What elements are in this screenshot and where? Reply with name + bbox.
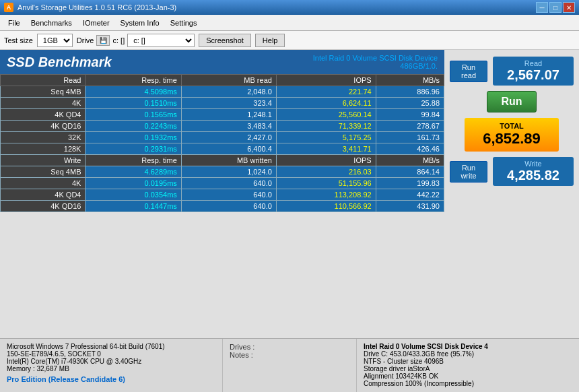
col-iops-w: IOPS [276, 155, 376, 166]
left-panel: SSD Benchmark Intel Raid 0 Volume SCSI D… [0, 50, 444, 338]
cell-mb: 2,427.0 [181, 132, 276, 143]
disk-info: Intel Raid 0 Volume SCSI Disk Device 4 D… [357, 339, 579, 392]
read-section: Run read Read 2,567.07 [450, 57, 574, 86]
cell-mbs: 278.67 [376, 121, 444, 132]
cell-iops: 216.03 [276, 166, 376, 178]
app-title: SSD Benchmark [7, 55, 112, 70]
run-read-button[interactable]: Run read [450, 61, 487, 82]
screenshot-button[interactable]: Screenshot [199, 34, 251, 47]
disk-title: Intel Raid 0 Volume SCSI Disk Device 4 [364, 343, 572, 350]
device-line1: Intel Raid 0 Volume SCSI Disk Device [313, 54, 438, 62]
col-mbs-w: MB/s [376, 155, 444, 166]
read-score-box: Read 2,567.07 [493, 57, 574, 86]
row-label: 4K QD4 [1, 109, 86, 121]
write-table-body: Seq 4MB 4.6289ms 1,024.0 216.03 864.14 4… [1, 166, 444, 212]
drive-area: Drive 💾 c: [] c: [] [77, 34, 195, 47]
cell-resp: 0.1565ms [86, 109, 181, 121]
cell-resp: 0.1932ms [86, 132, 181, 143]
cell-iops: 51,155.96 [276, 178, 376, 189]
read-row: 32K 0.1932ms 2,427.0 5,175.25 161.73 [1, 132, 444, 143]
cell-resp: 0.1447ms [86, 201, 181, 212]
test-size-select[interactable]: 1GB [37, 34, 73, 47]
write-row: 4K QD4 0.0354ms 640.0 113,208.92 442.22 [1, 189, 444, 201]
cell-iops: 110,566.92 [276, 201, 376, 212]
row-label: 4K QD16 [1, 121, 86, 132]
read-row: 4K QD4 0.1565ms 1,248.1 25,560.14 99.84 [1, 109, 444, 121]
run-all-button[interactable]: Run [487, 91, 536, 112]
cell-resp: 4.6289ms [86, 166, 181, 178]
cell-resp: 0.0354ms [86, 189, 181, 201]
col-mb-read: MB read [181, 75, 276, 86]
cell-resp: 0.0195ms [86, 178, 181, 189]
drives-notes: Drives : Notes : [222, 339, 357, 392]
test-size-label: Test size [4, 36, 33, 44]
cell-mbs: 199.83 [376, 178, 444, 189]
toolbar: Test size 1GB Drive 💾 c: [] c: [] Screen… [0, 31, 579, 50]
cell-mbs: 442.22 [376, 189, 444, 201]
read-row: Seq 4MB 4.5098ms 2,048.0 221.74 886.96 [1, 86, 444, 98]
drive-select[interactable]: c: [] [127, 34, 195, 47]
close-button[interactable]: ✕ [563, 2, 575, 13]
drive-icon: 💾 [96, 35, 110, 46]
col-iops: IOPS [276, 75, 376, 86]
window-title: Anvil's Storage Utilities 1.0.51 RC6 (20… [18, 3, 536, 11]
total-score-box: TOTAL 6,852.89 [465, 118, 559, 152]
row-label: 4K QD16 [1, 201, 86, 212]
cell-mb: 640.0 [181, 178, 276, 189]
col-read: Read [1, 75, 86, 86]
cell-mb: 6,400.4 [181, 143, 276, 155]
app-header: SSD Benchmark Intel Raid 0 Volume SCSI D… [0, 50, 444, 74]
menu-benchmarks[interactable]: Benchmarks [26, 18, 77, 28]
minimize-button[interactable]: ─ [536, 2, 548, 13]
col-resp: Resp. time [86, 75, 181, 86]
menu-settings[interactable]: Settings [165, 18, 203, 28]
sys-os: Microsoft Windows 7 Professional 64-bit … [7, 343, 215, 350]
cell-resp: 4.5098ms [86, 86, 181, 98]
total-score-value: 6,852.89 [473, 130, 551, 148]
window-controls: ─ □ ✕ [536, 2, 575, 13]
run-write-button[interactable]: Run write [450, 161, 487, 183]
cell-mb: 2,048.0 [181, 86, 276, 98]
sys-cpu: Intel(R) Core(TM) i7-4930K CPU @ 3.40GHz [7, 358, 215, 365]
benchmark-table: Read Resp. time MB read IOPS MB/s Seq 4M… [0, 74, 444, 212]
app-icon: A [4, 3, 13, 12]
menu-file[interactable]: File [3, 18, 26, 28]
menu-iometer[interactable]: IOmeter [77, 18, 115, 28]
write-score-label: Write [501, 160, 566, 168]
write-header: Write Resp. time MB written IOPS MB/s [1, 155, 444, 166]
menu-sysinfo[interactable]: System Info [115, 18, 165, 28]
read-row: 4K 0.1510ms 323.4 6,624.11 25.88 [1, 98, 444, 109]
notes-label: Notes : [230, 351, 349, 359]
help-button[interactable]: Help [255, 34, 285, 47]
cell-iops: 6,624.11 [276, 98, 376, 109]
cell-iops: 5,175.25 [276, 132, 376, 143]
cell-mbs: 864.14 [376, 166, 444, 178]
row-label: Seq 4MB [1, 166, 86, 178]
disk-line1: Drive C: 453.0/433.3GB free (95.7%) [364, 350, 572, 358]
col-mbs: MB/s [376, 75, 444, 86]
cell-mbs: 161.73 [376, 132, 444, 143]
col-write: Write [1, 155, 86, 166]
device-info: Intel Raid 0 Volume SCSI Disk Device 486… [313, 54, 438, 70]
write-row: Seq 4MB 4.6289ms 1,024.0 216.03 864.14 [1, 166, 444, 178]
write-row: 4K QD16 0.1447ms 640.0 110,566.92 431.90 [1, 201, 444, 212]
read-table-body: Seq 4MB 4.5098ms 2,048.0 221.74 886.96 4… [1, 86, 444, 155]
bottom-bar: Microsoft Windows 7 Professional 64-bit … [0, 338, 579, 392]
cell-mb: 3,483.4 [181, 121, 276, 132]
sys-edition: Pro Edition (Release Candidate 6) [7, 375, 215, 383]
cell-iops: 71,339.12 [276, 121, 376, 132]
disk-line2: NTFS - Cluster size 4096B [364, 358, 572, 365]
read-score-label: Read [501, 59, 566, 67]
row-label: 4K [1, 98, 86, 109]
drive-value: c: [] [112, 36, 125, 44]
disk-line3: Storage driver iaStorA [364, 365, 572, 372]
cell-resp: 0.2931ms [86, 143, 181, 155]
cell-iops: 113,208.92 [276, 189, 376, 201]
col-mb-written: MB written [181, 155, 276, 166]
maximize-button[interactable]: □ [549, 2, 561, 13]
cell-iops: 221.74 [276, 86, 376, 98]
row-label: 32K [1, 132, 86, 143]
sys-id: 150-SE-E789/4.6.5, SOCKET 0 [7, 350, 215, 358]
write-score-value: 4,285.82 [501, 168, 566, 183]
sys-memory: Memory : 32,687 MB [7, 365, 215, 372]
